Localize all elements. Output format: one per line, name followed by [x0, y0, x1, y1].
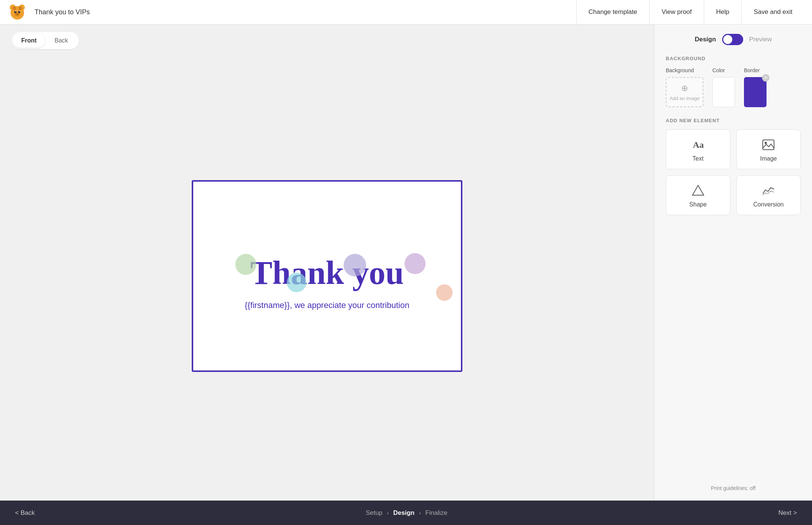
document-title: Thank you to VIPs: [35, 8, 576, 16]
main-content: Front Back Thank you {{firstname}}, we a…: [0, 24, 812, 501]
step-setup: Setup: [366, 509, 382, 517]
step-finalize: Finalize: [425, 509, 447, 517]
card-sub-text: {{firstname}}, we appreciate your contri…: [245, 300, 409, 310]
step-design: Design: [393, 509, 415, 517]
front-tab[interactable]: Front: [13, 33, 45, 48]
background-section-header: BACKGROUND: [666, 56, 801, 61]
card-canvas[interactable]: Thank you {{firstname}}, we appreciate y…: [192, 180, 462, 372]
save-exit-button[interactable]: Save and exit: [741, 0, 804, 24]
element-grid: Aa Text Image: [666, 129, 801, 215]
preview-label: Preview: [749, 36, 772, 43]
shape-icon: [691, 184, 705, 197]
plus-icon: ⊕: [681, 83, 688, 93]
svg-point-10: [19, 11, 20, 12]
card-dot-2: [344, 254, 366, 276]
svg-point-3: [12, 6, 16, 10]
bg-border-label: Border: [744, 67, 760, 73]
svg-point-4: [18, 6, 22, 10]
color-swatch[interactable]: [712, 77, 735, 107]
front-back-toggle: Front Back: [11, 32, 79, 49]
bottom-bar: < Back Setup › Design › Finalize Next >: [0, 501, 812, 525]
back-tab[interactable]: Back: [45, 33, 77, 48]
view-proof-button[interactable]: View proof: [649, 0, 704, 24]
bg-background-col: Background ⊕ Add an image: [666, 67, 703, 107]
svg-point-6: [14, 11, 17, 13]
card-canvas-wrapper: Thank you {{firstname}}, we appreciate y…: [11, 59, 643, 493]
card-main-text: Thank you: [250, 254, 404, 292]
nav-actions: Change template View proof Help Save and…: [576, 0, 804, 24]
svg-point-13: [765, 142, 767, 144]
image-icon: [762, 138, 775, 152]
bg-color-col: Color: [712, 67, 735, 107]
bg-background-label: Background: [666, 67, 694, 73]
step-indicators: Setup › Design › Finalize: [35, 509, 778, 517]
chevron-2: ›: [419, 510, 421, 516]
add-image-label: Add an image: [670, 96, 700, 101]
back-button[interactable]: < Back: [15, 509, 35, 517]
add-element-header: ADD NEW ELEMENT: [666, 118, 801, 123]
chevron-1: ›: [387, 510, 389, 516]
image-btn-label: Image: [760, 155, 777, 162]
bg-cols: Background ⊕ Add an image Color Border: [666, 67, 801, 107]
border-remove-button[interactable]: ✕: [762, 74, 770, 82]
next-button[interactable]: Next >: [778, 509, 797, 517]
shape-btn-label: Shape: [689, 201, 707, 208]
conversion-btn-label: Conversion: [753, 201, 784, 208]
help-button[interactable]: Help: [704, 0, 741, 24]
add-image-button[interactable]: ⊕ Add an image: [666, 77, 703, 107]
svg-point-8: [16, 13, 19, 15]
svg-text:Aa: Aa: [693, 140, 704, 150]
border-swatch-wrapper: ✕: [744, 77, 767, 107]
design-preview-toggle[interactable]: [722, 34, 743, 45]
canvas-panel: Front Back Thank you {{firstname}}, we a…: [0, 24, 654, 501]
card-dot-1: [287, 273, 306, 292]
svg-point-9: [15, 11, 16, 12]
add-shape-button[interactable]: Shape: [666, 175, 730, 215]
add-image-element-button[interactable]: Image: [736, 129, 801, 169]
card-dot-4: [436, 284, 453, 301]
app-logo: [8, 2, 27, 22]
design-preview-row: Design Preview: [666, 34, 801, 45]
svg-point-7: [18, 11, 20, 13]
design-label: Design: [695, 36, 716, 43]
conversion-icon: [762, 184, 775, 197]
toggle-knob: [723, 35, 732, 44]
svg-marker-14: [692, 185, 704, 195]
text-icon: Aa: [691, 138, 705, 152]
top-navigation: Thank you to VIPs Change template View p…: [0, 0, 812, 24]
card-dot-0: [235, 254, 256, 275]
right-panel: Design Preview BACKGROUND Background ⊕ A…: [654, 24, 812, 501]
add-element-section: ADD NEW ELEMENT Aa Text Image: [666, 118, 801, 215]
card-dot-3: [404, 253, 426, 274]
border-swatch[interactable]: [744, 77, 767, 107]
add-text-button[interactable]: Aa Text: [666, 129, 730, 169]
background-section: BACKGROUND Background ⊕ Add an image Col…: [666, 56, 801, 107]
add-conversion-button[interactable]: Conversion: [736, 175, 801, 215]
svg-rect-12: [763, 140, 774, 150]
bg-border-col: Border ✕: [744, 67, 767, 107]
print-guidelines: Print guidelines: off: [666, 478, 801, 491]
change-template-button[interactable]: Change template: [576, 0, 649, 24]
bg-color-label: Color: [712, 67, 725, 73]
text-btn-label: Text: [692, 155, 703, 162]
